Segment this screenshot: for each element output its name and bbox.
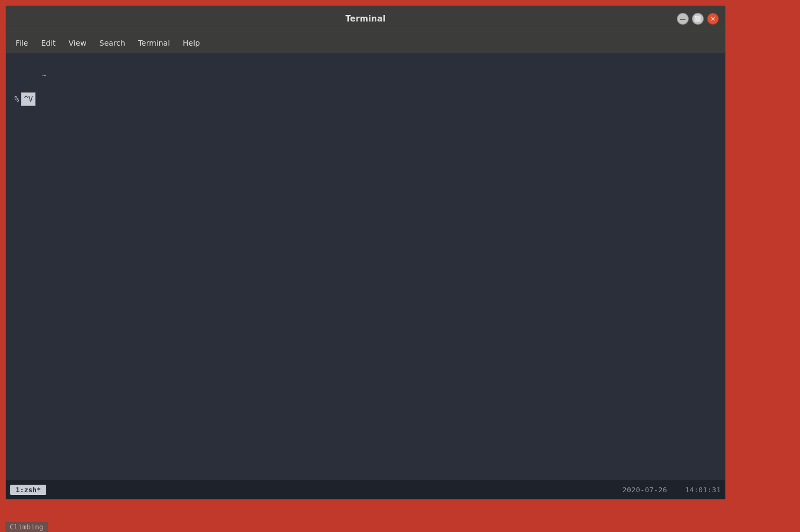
menu-terminal[interactable]: Terminal	[133, 37, 175, 49]
partial-bottom-text: Climbing	[5, 522, 48, 532]
status-bar: 1:zsh* 2020-07-26 14:01:31	[6, 480, 725, 499]
terminal-body[interactable]: ~ % ^V	[6, 53, 725, 480]
menu-file[interactable]: File	[10, 37, 33, 49]
close-button[interactable]: ✕	[707, 13, 719, 25]
status-tab[interactable]: 1:zsh*	[10, 485, 46, 495]
maximize-button[interactable]: ⬜	[692, 13, 704, 25]
window-controls: — ⬜ ✕	[677, 13, 719, 25]
tilde-char: ~	[42, 71, 46, 80]
ctrl-v-indicator: ^V	[21, 92, 35, 106]
terminal-window: Terminal — ⬜ ✕ File Edit View Search Ter…	[5, 5, 726, 500]
menu-help[interactable]: Help	[177, 37, 205, 49]
menu-bar: File Edit View Search Terminal Help	[6, 32, 725, 53]
minimize-button[interactable]: —	[677, 13, 689, 25]
status-datetime: 2020-07-26 14:01:31	[623, 486, 721, 494]
menu-view[interactable]: View	[63, 37, 92, 49]
menu-search[interactable]: Search	[94, 37, 131, 49]
status-date: 2020-07-26	[623, 486, 667, 494]
title-bar: Terminal — ⬜ ✕	[6, 6, 725, 32]
prompt-char: %	[15, 94, 19, 105]
terminal-tilde-line: ~	[15, 59, 717, 92]
status-time: 14:01:31	[685, 486, 721, 494]
menu-edit[interactable]: Edit	[35, 37, 61, 49]
terminal-prompt-line: % ^V	[15, 92, 717, 106]
window-title: Terminal	[346, 14, 386, 24]
